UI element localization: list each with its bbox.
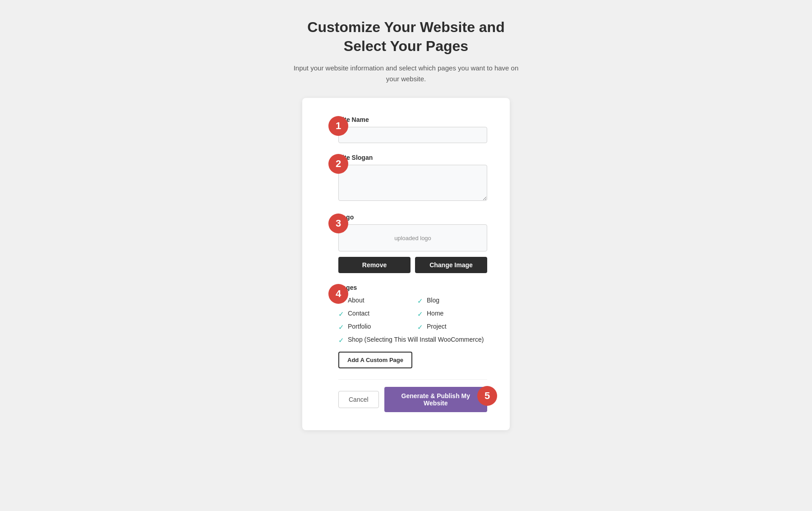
step-4-badge: 4 [328,284,348,304]
step-5-badge: 5 [477,386,497,406]
site-slogan-input[interactable] [338,165,487,201]
step-1-badge: 1 [328,116,348,136]
logo-placeholder-text: uploaded logo [394,235,431,242]
page-item-project[interactable]: ✓ Project [417,323,487,331]
logo-buttons: Remove Change Image [338,257,487,273]
pages-grid: ✓ About ✓ Blog ✓ Contact ✓ Home ✓ Portfo… [338,297,487,344]
site-slogan-label: Site Slogan [338,154,487,161]
page-label-contact: Contact [348,310,369,317]
remove-button[interactable]: Remove [338,257,411,273]
checkmark-portfolio: ✓ [338,323,344,331]
generate-button[interactable]: Generate & Publish My Website [384,387,487,412]
page-label-about: About [348,297,364,304]
site-slogan-section: 2 Site Slogan [338,154,487,203]
checkmark-project: ✓ [417,323,423,331]
checkmark-home: ✓ [417,310,423,318]
form-card: 1 Site Name 2 Site Slogan 3 Logo uploade… [302,98,510,430]
checkmark-blog: ✓ [417,297,423,305]
pages-label: Pages [338,284,487,291]
page-item-contact[interactable]: ✓ Contact [338,310,408,318]
site-name-section: 1 Site Name [338,116,487,143]
page-item-portfolio[interactable]: ✓ Portfolio [338,323,408,331]
change-image-button[interactable]: Change Image [415,257,487,273]
page-item-blog[interactable]: ✓ Blog [417,297,487,305]
page-label-portfolio: Portfolio [348,323,371,330]
page-item-home[interactable]: ✓ Home [417,310,487,318]
page-label-blog: Blog [427,297,439,304]
checkmark-shop: ✓ [338,336,344,344]
site-name-label: Site Name [338,116,487,123]
page-item-shop[interactable]: ✓ Shop (Selecting This Will Install WooC… [338,336,487,344]
step-2-badge: 2 [328,154,348,174]
cancel-button[interactable]: Cancel [338,391,379,408]
checkmark-contact: ✓ [338,310,344,318]
logo-preview: uploaded logo [338,224,487,251]
page-item-about[interactable]: ✓ About [338,297,408,305]
pages-section: 4 Pages ✓ About ✓ Blog ✓ Contact ✓ Home … [338,284,487,368]
add-custom-page-button[interactable]: Add A Custom Page [338,352,412,368]
page-header: Customize Your Website and Select Your P… [293,18,519,84]
page-label-shop: Shop (Selecting This Will Install WooCom… [348,336,484,343]
page-label-home: Home [427,310,443,317]
site-name-input[interactable] [338,127,487,143]
page-subtitle: Input your website information and selec… [293,63,519,84]
page-title: Customize Your Website and Select Your P… [293,18,519,56]
page-label-project: Project [427,323,447,330]
step-3-badge: 3 [328,214,348,233]
form-footer: Cancel Generate & Publish My Website 5 [338,379,487,412]
logo-section: 3 Logo uploaded logo Remove Change Image [338,214,487,273]
logo-label: Logo [338,214,487,221]
